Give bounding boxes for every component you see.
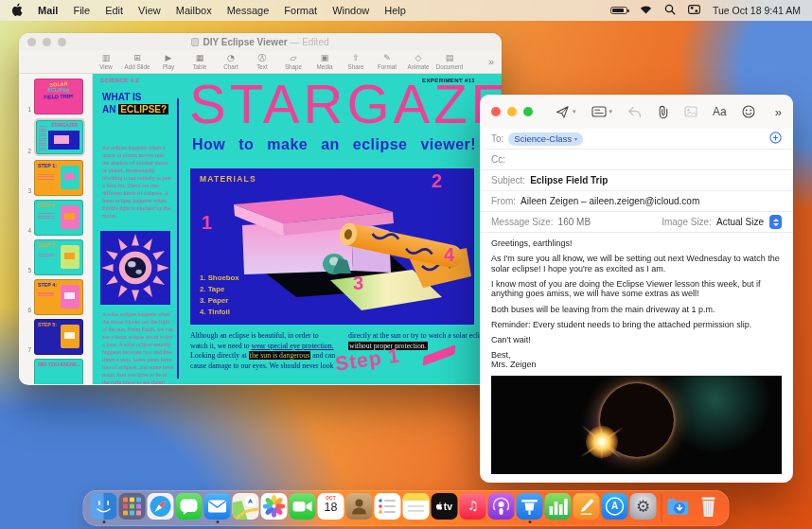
add-slide-icon: ⊞	[133, 54, 141, 62]
animate-icon: ◇	[415, 54, 422, 62]
subject-value: Eclipse Field Trip	[530, 175, 608, 185]
dock-icon-music[interactable]: ♫	[459, 493, 487, 524]
add-recipient-button[interactable]	[769, 132, 782, 146]
materials-box[interactable]: MATERIALS 1 2 3 4 1. Shoebox 2. Tape 3. …	[190, 168, 474, 325]
menu-clock[interactable]: Tue Oct 18 9:41 AM	[713, 5, 801, 16]
sun-illustration[interactable]	[100, 231, 170, 305]
format-button[interactable]: ✎Format	[372, 54, 402, 70]
text-button[interactable]: ⒶText	[247, 54, 277, 70]
zoom-button[interactable]	[523, 107, 533, 116]
image-size-select[interactable]	[769, 215, 782, 229]
slide-thumbnail-7[interactable]: 7 STEP 5:	[19, 319, 92, 355]
send-button[interactable]: ▾	[556, 105, 576, 119]
reply-button-disabled[interactable]	[627, 106, 642, 118]
dock-icon-numbers[interactable]	[544, 493, 573, 524]
slide-thumbnail-6[interactable]: 6 STEP 4:	[19, 279, 92, 315]
dock-icon-podcasts[interactable]	[487, 493, 516, 524]
menu-item-help[interactable]: Help	[384, 5, 406, 16]
menu-item-format[interactable]: Format	[284, 5, 317, 16]
attach-button[interactable]	[657, 105, 669, 119]
to-field[interactable]: To: Science-Class▾	[480, 129, 793, 150]
slide-paragraph-2[interactable]: A solar eclipse happens when the moon bl…	[102, 310, 174, 384]
subject-label: Subject:	[491, 175, 525, 185]
slide-thumbnail-8[interactable]: 8 DID YOU KNOW...	[19, 359, 92, 384]
format-text-button[interactable]: Aa	[713, 105, 727, 118]
dock-icon-launchpad[interactable]	[118, 493, 147, 524]
recipient-token[interactable]: Science-Class▾	[508, 132, 583, 146]
chart-button[interactable]: ◔Chart	[216, 54, 246, 70]
emoji-button[interactable]	[742, 105, 755, 118]
slide-thumbnail-1[interactable]: 1 SOLARECLIPSEFIELD TRIP!	[19, 79, 92, 115]
subject-field[interactable]: Subject: Eclipse Field Trip	[480, 170, 793, 191]
slide-title[interactable]: STARGAZER	[189, 77, 502, 132]
from-field[interactable]: From: Aileen Zeigen – aileen.zeigen@iclo…	[480, 191, 793, 212]
menu-item-mailbox[interactable]: Mailbox	[176, 5, 212, 16]
view-button[interactable]: ▥View	[91, 54, 121, 70]
dock-icon-system-settings[interactable]: ⚙	[629, 493, 658, 524]
shape-button[interactable]: ▱Shape	[278, 54, 309, 70]
table-button[interactable]: ▦Table	[185, 54, 215, 70]
minimize-button[interactable]	[507, 107, 517, 116]
menu-item-window[interactable]: Window	[332, 5, 369, 16]
dock-icon-tv[interactable]: tv	[431, 493, 459, 524]
dock-icon-mail[interactable]	[203, 493, 232, 524]
slide-thumbnail-3[interactable]: 3 STEP 1:	[19, 160, 92, 196]
mail-compose-window: ▾ ▾ Aa » To: Science-Class▾ Cc: Subject:…	[480, 95, 793, 483]
step-1-annotation[interactable]: Step 1	[334, 344, 402, 375]
close-button[interactable]	[491, 107, 501, 116]
menu-item-edit[interactable]: Edit	[105, 5, 123, 16]
play-button[interactable]: ▶Play	[153, 54, 184, 70]
body-signoff: Best,	[491, 350, 782, 361]
dock-icon-trash[interactable]	[695, 493, 723, 524]
dock-icon-finder[interactable]	[90, 493, 118, 524]
search-icon[interactable]	[664, 4, 676, 17]
slide-thumbnail-5[interactable]: 5 STEP 3:	[19, 239, 92, 275]
share-button[interactable]: ⇧Share	[341, 54, 371, 70]
wifi-icon[interactable]	[640, 5, 652, 16]
menu-item-message[interactable]: Message	[227, 5, 270, 16]
dock-icon-notes[interactable]	[402, 493, 431, 524]
dock-icon-facetime[interactable]	[289, 493, 317, 524]
slide-canvas[interactable]: SCIENCE 4.2 EXPERIMENT #11 WHAT IS AN EC…	[93, 74, 502, 384]
dock-separator	[662, 494, 662, 522]
dock-icon-messages[interactable]	[175, 493, 203, 524]
mail-toolbar[interactable]: ▾ ▾ Aa »	[480, 95, 793, 129]
eclipse-photo-attachment	[491, 376, 782, 474]
media-button[interactable]: ▣Media	[309, 54, 340, 70]
menu-item-file[interactable]: File	[73, 5, 90, 16]
dock-icon-calendar[interactable]: OCT 18	[317, 493, 345, 524]
dock-icon-safari[interactable]	[147, 493, 175, 524]
slide-paragraph-1[interactable]: An eclipse happens when a moon or planet…	[102, 144, 172, 220]
dock-icon-contacts[interactable]	[345, 493, 374, 524]
toolbar-overflow-icon[interactable]: »	[775, 105, 782, 119]
slide-heading[interactable]: WHAT IS AN ECLIPSE?	[102, 92, 168, 115]
message-body[interactable]: Greetings, earthlings! As I'm sure you a…	[480, 233, 793, 370]
add-slide-button[interactable]: ⊞Add Slide	[122, 54, 152, 70]
animate-button[interactable]: ◇Animate	[403, 54, 433, 70]
apple-menu-icon[interactable]	[11, 3, 23, 18]
document-button[interactable]: ▤Document	[434, 54, 465, 70]
slide-thumbnail-4[interactable]: 4 STEP 2:	[19, 200, 92, 236]
keynote-title-bar[interactable]: DIY Eclipse Viewer — Edited	[19, 33, 502, 50]
slide-subtitle[interactable]: How to make an eclipse viewer!	[192, 136, 476, 153]
format-icon: ✎	[383, 54, 391, 62]
dock-icon-reminders[interactable]	[374, 493, 402, 524]
slide-body-left-column[interactable]: Although an eclipse is beautiful, in ord…	[190, 331, 336, 371]
dock-icon-keynote[interactable]	[516, 493, 544, 524]
menu-bar: Mail File Edit View Mailbox Message Form…	[0, 0, 812, 21]
dock-icon-maps[interactable]	[232, 493, 260, 524]
slide-thumbnail-2-selected[interactable]: 2 STARGAZER	[19, 118, 92, 156]
dock-icon-downloads-folder[interactable]	[666, 493, 695, 524]
menu-item-view[interactable]: View	[138, 5, 161, 16]
dock-icon-photos[interactable]	[260, 493, 289, 524]
dock-icon-app-store[interactable]: A	[601, 493, 629, 524]
menu-app-name[interactable]: Mail	[38, 5, 58, 16]
battery-icon[interactable]	[610, 7, 627, 15]
dock-icon-pages[interactable]	[573, 493, 601, 524]
insert-photo-button-disabled[interactable]	[684, 106, 697, 117]
cc-field[interactable]: Cc:	[480, 150, 793, 170]
control-center-icon[interactable]	[688, 5, 700, 16]
body-paragraph: Reminder: Every student needs to bring t…	[491, 320, 782, 330]
header-fields-button[interactable]: ▾	[591, 106, 613, 117]
toolbar-overflow-icon[interactable]: »	[488, 56, 494, 67]
